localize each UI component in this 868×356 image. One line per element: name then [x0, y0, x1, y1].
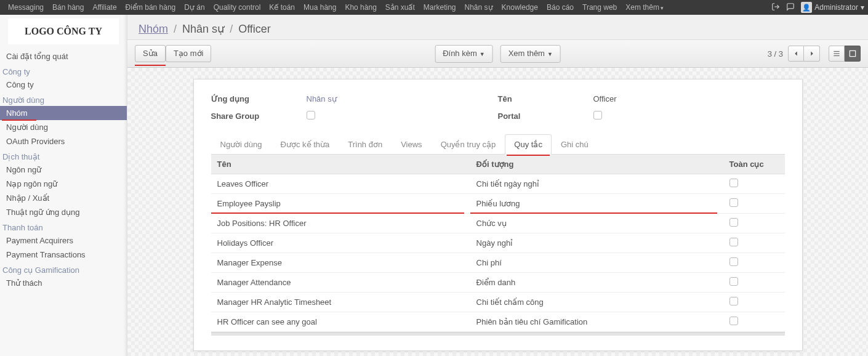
field-label-portal: Portal: [498, 111, 587, 121]
chevron-down-icon: ▾: [861, 3, 864, 12]
top-menu-item[interactable]: Xem thêm ▾: [621, 3, 668, 12]
chat-icon[interactable]: [786, 2, 795, 13]
field-label-app: Ứng dụng: [211, 94, 300, 103]
form-sheet: Ứng dụng Nhân sự Share Group Tên Officer…: [193, 79, 803, 351]
sidebar-section: Người dùng: [0, 92, 127, 106]
global-checkbox[interactable]: [729, 179, 738, 187]
table-scroll-hint: [211, 332, 785, 336]
user-name: Administrator: [814, 3, 858, 12]
sidebar-item[interactable]: OAuth Providers: [0, 134, 127, 148]
rules-table: Tên Đối tượng Toàn cục Leaves OfficerChi…: [211, 155, 785, 332]
table-row[interactable]: HR Officer can see any goalPhiên bản tiê…: [211, 312, 785, 332]
global-checkbox[interactable]: [729, 238, 738, 246]
field-label-share: Share Group: [211, 111, 300, 121]
action-toolbar: Sửa Tạo mới Đính kèm▼ Xem thêm▼ 3 / 3: [127, 39, 868, 68]
top-menu-item[interactable]: Mua hàng: [299, 3, 340, 12]
top-menu-item[interactable]: Knowledge: [497, 3, 542, 12]
tab[interactable]: Quy tắc: [505, 134, 552, 155]
global-checkbox[interactable]: [729, 218, 738, 227]
edit-button[interactable]: Sửa: [135, 45, 166, 62]
sidebar-item[interactable]: Cài đặt tổng quát: [0, 49, 127, 63]
company-logo: LOGO CÔNG TY: [8, 18, 119, 44]
pager-prev-button[interactable]: [788, 46, 804, 62]
form-view-button[interactable]: [845, 46, 861, 62]
sidebar-section: Công ty: [0, 63, 127, 78]
table-row[interactable]: Manager HR Analytic TimesheetChi tiết ch…: [211, 293, 785, 312]
sidebar-item[interactable]: Payment Transactions: [0, 248, 127, 262]
top-menu-item[interactable]: Kho hàng: [340, 3, 380, 12]
top-menu-item[interactable]: Messaging: [4, 3, 48, 12]
table-row[interactable]: Job Positions: HR OfficerChức vụ: [211, 214, 785, 233]
top-menu-item[interactable]: Affiliate: [88, 3, 121, 12]
pager-text: 3 / 3: [768, 49, 783, 59]
breadcrumb: Nhóm / Nhân sự / Officer: [127, 15, 868, 39]
top-menu-item[interactable]: Báo cáo: [542, 3, 578, 12]
list-view-button[interactable]: [829, 46, 845, 62]
breadcrumb-leaf: Officer: [238, 23, 271, 35]
top-menu-item[interactable]: Marketing: [419, 3, 460, 12]
top-menu-item[interactable]: Kế toán: [265, 3, 299, 12]
sidebar-item[interactable]: Nạp ngôn ngữ: [0, 177, 127, 191]
global-checkbox[interactable]: [729, 198, 738, 207]
top-menu-item[interactable]: Trang web: [578, 3, 621, 12]
tab[interactable]: Quyền truy cập: [432, 134, 505, 155]
breadcrumb-mid: Nhân sự: [182, 23, 224, 35]
sidebar-item[interactable]: Payment Acquirers: [0, 233, 127, 248]
sidebar-section: Dịch thuật: [0, 148, 127, 163]
table-row[interactable]: Manager ExpenseChi phí: [211, 253, 785, 273]
top-menu-item[interactable]: Điểm bán hàng: [121, 3, 180, 12]
main-content: Nhóm / Nhân sự / Officer Sửa Tạo mới Đín…: [127, 15, 868, 356]
tab[interactable]: Trình đơn: [339, 134, 392, 155]
field-value-app[interactable]: Nhân sự: [307, 94, 498, 103]
top-menu-bar: MessagingBán hàngAffiliateĐiểm bán hàngD…: [0, 0, 868, 15]
user-menu[interactable]: 👤 Administrator ▾: [801, 2, 864, 13]
sidebar-item[interactable]: Nhập / Xuất: [0, 191, 127, 205]
sidebar-item[interactable]: Công ty: [0, 78, 127, 92]
portal-checkbox[interactable]: [593, 111, 602, 119]
top-menu-item[interactable]: Quality control: [209, 3, 265, 12]
top-menu-item[interactable]: Dự án: [180, 3, 209, 12]
avatar: 👤: [801, 2, 812, 13]
global-checkbox[interactable]: [729, 257, 738, 266]
create-button[interactable]: Tạo mới: [166, 45, 212, 62]
field-value-name: Officer: [593, 94, 785, 103]
sidebar-item[interactable]: Người dùng: [0, 120, 127, 134]
tab[interactable]: Được kế thừa: [271, 134, 339, 155]
top-menu-item[interactable]: Nhân sự: [460, 3, 497, 12]
field-label-name: Tên: [498, 94, 587, 103]
sidebar-section: Thanh toán: [0, 219, 127, 233]
tab[interactable]: Views: [392, 134, 431, 155]
table-row[interactable]: Leaves OfficerChi tiết ngày nghỉ: [211, 174, 785, 194]
more-button[interactable]: Xem thêm▼: [500, 45, 561, 63]
chevron-down-icon: ▼: [480, 51, 485, 57]
col-name[interactable]: Tên: [211, 155, 470, 174]
pager-next-button[interactable]: [804, 46, 820, 62]
sidebar: LOGO CÔNG TY Cài đặt tổng quátCông tyCôn…: [0, 15, 127, 356]
sidebar-section: Công cụ Gamification: [0, 262, 127, 276]
col-global[interactable]: Toàn cục: [723, 155, 785, 174]
sidebar-item[interactable]: Ngôn ngữ: [0, 163, 127, 177]
attach-button[interactable]: Đính kèm▼: [435, 45, 493, 63]
tab[interactable]: Ghi chú: [552, 134, 598, 155]
breadcrumb-root[interactable]: Nhóm: [139, 23, 168, 35]
global-checkbox[interactable]: [729, 297, 738, 305]
global-checkbox[interactable]: [729, 277, 738, 286]
table-row[interactable]: Manager AttendanceĐiểm danh: [211, 273, 785, 293]
col-object[interactable]: Đối tượng: [470, 155, 723, 174]
sidebar-item[interactable]: Thử thách: [0, 276, 127, 290]
table-row[interactable]: Holidays OfficerNgày nghỉ: [211, 233, 785, 253]
chevron-down-icon: ▼: [547, 51, 553, 57]
sidebar-item[interactable]: Nhóm: [0, 106, 127, 120]
share-group-checkbox[interactable]: [307, 111, 315, 119]
top-menu-item[interactable]: Bán hàng: [48, 3, 88, 12]
global-checkbox[interactable]: [729, 317, 738, 325]
logout-icon[interactable]: [771, 2, 780, 13]
tab[interactable]: Người dùng: [211, 134, 271, 155]
top-menu-item[interactable]: Sản xuất: [381, 3, 419, 12]
tabs: Người dùngĐược kế thừaTrình đơnViewsQuyề…: [211, 134, 785, 155]
svg-rect-4: [850, 51, 855, 56]
table-row[interactable]: Employee PayslipPhiếu lương: [211, 194, 785, 214]
sidebar-item[interactable]: Thuật ngữ ứng dụng: [0, 205, 127, 219]
